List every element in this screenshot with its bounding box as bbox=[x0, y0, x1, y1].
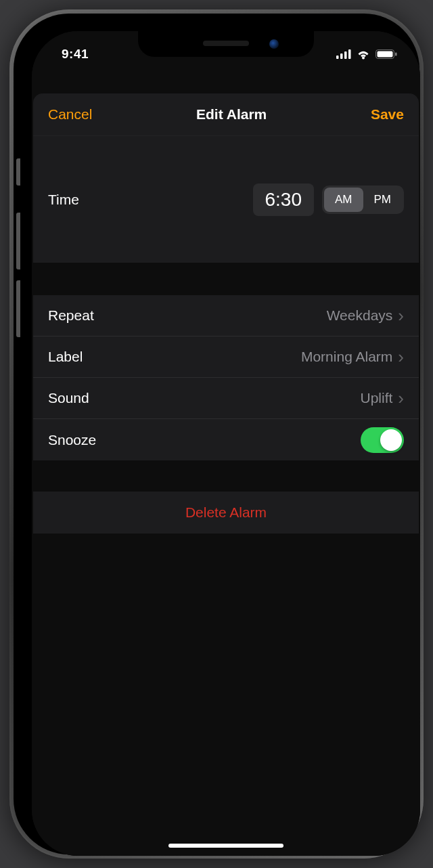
label-value: Morning Alarm bbox=[301, 349, 392, 365]
home-indicator[interactable] bbox=[168, 844, 283, 848]
label-label: Label bbox=[48, 349, 83, 365]
delete-alarm-button[interactable]: Delete Alarm bbox=[185, 504, 267, 521]
am-option[interactable]: AM bbox=[324, 188, 363, 212]
ampm-segmented-control[interactable]: AM PM bbox=[322, 186, 404, 214]
nav-bar: Cancel Edit Alarm Save bbox=[33, 93, 419, 135]
snooze-toggle[interactable] bbox=[361, 427, 404, 453]
svg-rect-2 bbox=[344, 51, 347, 59]
notch bbox=[138, 31, 314, 57]
sound-row[interactable]: Sound Uplift › bbox=[33, 378, 419, 419]
snooze-row: Snooze bbox=[33, 419, 419, 460]
mute-switch bbox=[16, 158, 20, 186]
toggle-knob bbox=[380, 429, 402, 451]
time-picker[interactable]: 6:30 bbox=[253, 183, 315, 216]
front-camera bbox=[269, 39, 279, 49]
phone-chassis: 9:41 Cancel Edit Alarm Save bbox=[9, 9, 424, 859]
sound-label: Sound bbox=[48, 390, 89, 406]
cancel-button[interactable]: Cancel bbox=[48, 106, 92, 123]
chevron-right-icon: › bbox=[398, 305, 404, 326]
time-section: Time 6:30 AM PM bbox=[33, 135, 419, 263]
time-label: Time bbox=[48, 192, 79, 208]
nav-title: Edit Alarm bbox=[196, 106, 267, 123]
repeat-label: Repeat bbox=[48, 307, 94, 324]
edit-alarm-screen: Cancel Edit Alarm Save Time 6:30 AM PM R… bbox=[32, 31, 420, 856]
svg-rect-6 bbox=[395, 53, 397, 56]
status-time: 9:41 bbox=[62, 47, 89, 62]
speaker-slit bbox=[203, 41, 249, 46]
volume-up-button bbox=[16, 213, 20, 269]
battery-icon bbox=[375, 49, 397, 59]
status-icons bbox=[336, 49, 397, 60]
chevron-right-icon: › bbox=[398, 388, 404, 409]
svg-rect-3 bbox=[348, 49, 351, 59]
save-button[interactable]: Save bbox=[371, 106, 404, 123]
repeat-value: Weekdays bbox=[327, 307, 393, 324]
svg-rect-5 bbox=[378, 51, 393, 58]
sound-value: Uplift bbox=[360, 390, 392, 406]
delete-row[interactable]: Delete Alarm bbox=[33, 492, 419, 534]
svg-rect-1 bbox=[340, 53, 343, 59]
chevron-right-icon: › bbox=[398, 347, 404, 368]
options-list: Repeat Weekdays › Label Morning Alarm › … bbox=[33, 295, 419, 460]
snooze-label: Snooze bbox=[48, 432, 96, 448]
svg-rect-0 bbox=[336, 56, 339, 59]
pm-option[interactable]: PM bbox=[363, 188, 403, 212]
volume-down-button bbox=[16, 280, 20, 337]
wifi-icon bbox=[356, 49, 371, 60]
cellular-signal-icon bbox=[336, 49, 351, 59]
screen: 9:41 Cancel Edit Alarm Save bbox=[32, 31, 420, 856]
label-row[interactable]: Label Morning Alarm › bbox=[33, 337, 419, 378]
repeat-row[interactable]: Repeat Weekdays › bbox=[33, 295, 419, 337]
